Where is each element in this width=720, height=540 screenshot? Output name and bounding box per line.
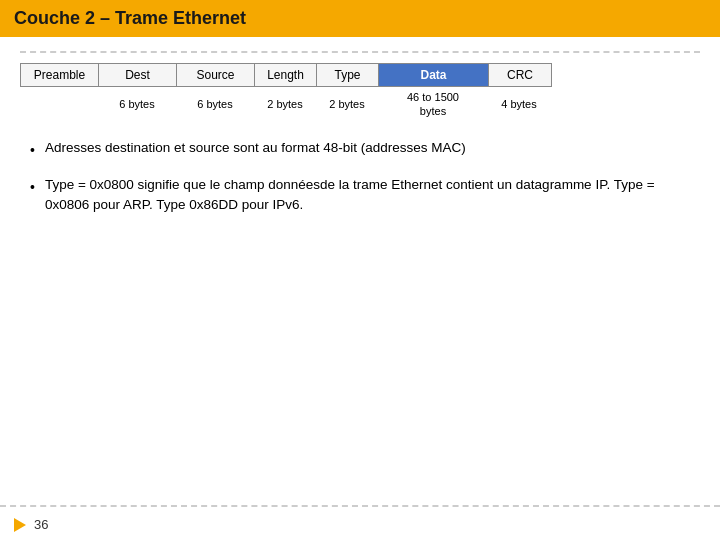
bottom-divider	[0, 505, 720, 507]
top-divider	[20, 51, 700, 53]
frame-bytes-row: 6 bytes 6 bytes 2 bytes 2 bytes 46 to 15…	[20, 87, 550, 122]
frame-labels-row: Preamble Dest Source Length Type Data CR…	[20, 63, 552, 87]
page-number: 36	[34, 517, 48, 532]
bytes-preamble	[20, 87, 98, 122]
bullet-dot-2: •	[30, 177, 35, 198]
frame-cell-data: Data	[379, 64, 489, 86]
frame-cell-source: Source	[177, 64, 255, 86]
bullet-dot-1: •	[30, 140, 35, 161]
bytes-length: 2 bytes	[254, 87, 316, 122]
bytes-type: 2 bytes	[316, 87, 378, 122]
frame-cell-length: Length	[255, 64, 317, 86]
frame-cell-type: Type	[317, 64, 379, 86]
bullet-item-2: • Type = 0x0800 signifie que le champ do…	[30, 175, 700, 216]
page-number-row: 36	[0, 513, 720, 540]
slide-title: Couche 2 – Trame Ethernet	[14, 8, 246, 28]
slide-footer: 36	[0, 505, 720, 540]
slide-header: Couche 2 – Trame Ethernet	[0, 0, 720, 37]
bytes-data: 46 to 1500bytes	[378, 87, 488, 122]
bytes-source: 6 bytes	[176, 87, 254, 122]
bullet-text-2: Type = 0x0800 signifie que le champ donn…	[45, 175, 700, 216]
play-icon	[14, 518, 26, 532]
bullet-item-1: • Adresses destination et source sont au…	[30, 138, 700, 161]
bullet-list: • Adresses destination et source sont au…	[30, 138, 700, 216]
slide-content: Preamble Dest Source Length Type Data CR…	[0, 51, 720, 215]
bullet-text-1: Adresses destination et source sont au f…	[45, 138, 466, 158]
frame-cell-dest: Dest	[99, 64, 177, 86]
frame-cell-preamble: Preamble	[21, 64, 99, 86]
ethernet-frame-diagram: Preamble Dest Source Length Type Data CR…	[20, 63, 700, 122]
bytes-crc: 4 bytes	[488, 87, 550, 122]
bytes-dest: 6 bytes	[98, 87, 176, 122]
frame-cell-crc: CRC	[489, 64, 551, 86]
